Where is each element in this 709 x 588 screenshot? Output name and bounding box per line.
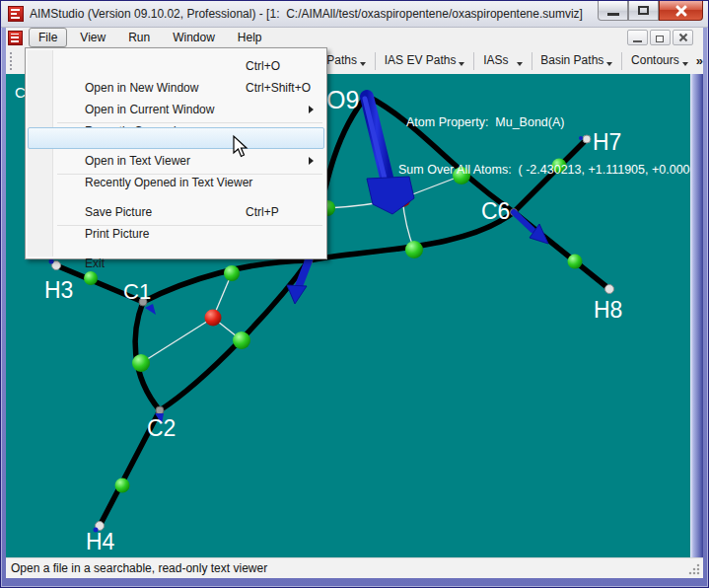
- property-overlay: Atom Property: Mu_Bond(A) Sum Over All A…: [398, 83, 690, 209]
- toolbar-grip[interactable]: [10, 52, 13, 70]
- status-text: Open a file in a searchable, read-only t…: [11, 561, 267, 575]
- toolbar-separator: [375, 52, 376, 70]
- menu-window[interactable]: Window: [163, 28, 225, 47]
- toolbar-separator: [473, 52, 474, 70]
- menu-file[interactable]: File: [29, 28, 67, 47]
- maximize-icon: [638, 6, 649, 15]
- toolbar-button-contours[interactable]: Contours: [625, 50, 694, 71]
- mdi-minimize-icon: [633, 40, 642, 42]
- minimize-icon: [607, 13, 619, 16]
- atom-property-label: Atom Property: Mu_Bond(A): [398, 114, 690, 130]
- mdi-minimize-button[interactable]: [627, 30, 648, 45]
- dropdown-caret-icon: [606, 62, 612, 66]
- status-bar: Open a file in a searchable, read-only t…: [6, 557, 703, 578]
- menu-item-open-new-window[interactable]: Open in New Window Ctrl+O: [28, 54, 324, 76]
- menu-item-recently-opened[interactable]: Recently Opened: [28, 98, 324, 119]
- dropdown-caret-icon: [459, 62, 464, 66]
- submenu-arrow-icon: [309, 106, 314, 113]
- dropdown-caret-icon: [682, 62, 688, 66]
- label-o9: O9: [326, 86, 359, 113]
- menu-run[interactable]: Run: [118, 28, 160, 47]
- menu-item-save-picture[interactable]: Save Picture: [28, 179, 324, 200]
- app-icon: [8, 6, 24, 22]
- file-menu-popup: Open in New Window Ctrl+O Open in Curren…: [25, 47, 327, 259]
- ring-critical-point: [205, 310, 222, 327]
- menu-item-recently-opened-text-viewer[interactable]: Recently Opened in Text Viewer: [28, 149, 324, 171]
- mouse-cursor: [229, 133, 250, 159]
- menu-shortcut: Ctrl+Shift+O: [246, 77, 311, 99]
- dropdown-caret-icon: [360, 62, 366, 66]
- maximize-button[interactable]: [628, 1, 659, 21]
- menu-item-open-text-viewer[interactable]: Open in Text Viewer: [28, 127, 324, 149]
- mdi-restore-icon: [656, 36, 664, 42]
- menu-bar: File View Run Window Help: [6, 28, 703, 47]
- menu-view[interactable]: View: [70, 28, 115, 47]
- menu-item-print-picture[interactable]: Print Picture Ctrl+P: [28, 200, 324, 222]
- toolbar-separator: [621, 52, 622, 70]
- label-h4: H4: [86, 529, 115, 554]
- minimize-button[interactable]: [598, 1, 628, 21]
- label-h8: H8: [594, 297, 622, 323]
- menu-help[interactable]: Help: [228, 28, 272, 47]
- submenu-arrow-icon: [309, 157, 314, 165]
- close-button[interactable]: [659, 1, 703, 21]
- toolbar-overflow-chevron[interactable]: »: [696, 53, 703, 68]
- dropdown-caret-icon: [517, 62, 523, 66]
- toolbar-button-ias-ev-paths[interactable]: IAS EV Paths: [379, 50, 471, 71]
- title-bar: AIMStudio (Version 09.10.02, Professiona…: [1, 1, 708, 28]
- menu-shortcut: Ctrl+P: [246, 201, 279, 223]
- menu-item-exit[interactable]: Exit: [28, 230, 324, 252]
- sum-over-atoms-label: Sum Over All Atoms: ( -2.430213, +1.1119…: [398, 162, 690, 178]
- mdi-restore-button[interactable]: [650, 30, 671, 45]
- toolbar-button-iass[interactable]: IASs: [477, 50, 528, 71]
- atom-c2: [156, 406, 164, 414]
- mdi-child-icon[interactable]: [8, 31, 23, 45]
- app-window: AIMStudio (Version 09.10.02, Professiona…: [0, 0, 709, 588]
- atom-h8: [605, 285, 614, 294]
- child-window-right-frame: [690, 74, 703, 557]
- mdi-close-button[interactable]: [673, 30, 693, 45]
- menu-item-open-current-window[interactable]: Open in Current Window Ctrl+Shift+O: [28, 76, 324, 98]
- toolbar-button-basin-paths[interactable]: Basin Paths: [534, 50, 618, 71]
- toolbar-separator: [532, 52, 532, 70]
- label-c2: C2: [147, 415, 176, 441]
- label-c1: C1: [123, 279, 151, 304]
- resize-grip[interactable]: [687, 562, 700, 575]
- menu-shortcut: Ctrl+O: [246, 55, 280, 77]
- window-title: AIMStudio (Version 09.10.02, Professiona…: [30, 7, 583, 21]
